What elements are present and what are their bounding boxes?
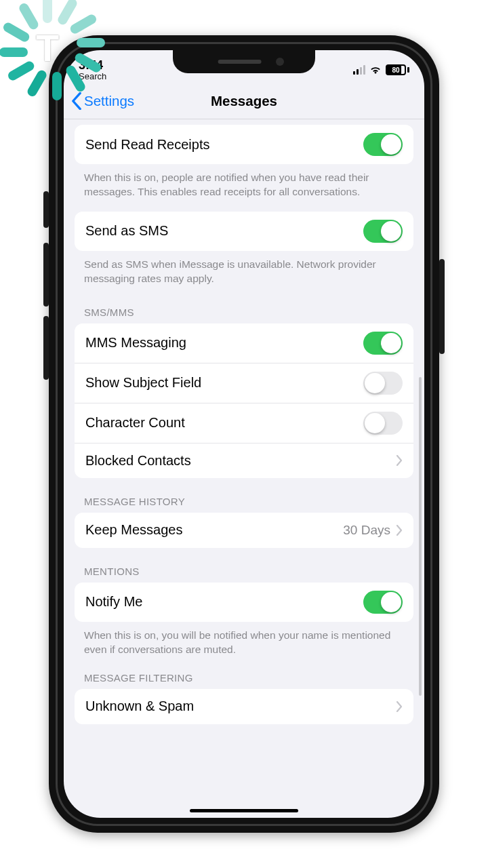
row-label: Keep Messages bbox=[85, 522, 343, 538]
toggle-mms-messaging[interactable] bbox=[363, 332, 403, 355]
scroll-indicator[interactable] bbox=[419, 377, 422, 696]
home-indicator[interactable] bbox=[190, 809, 298, 812]
note-send-as-sms: Send as SMS when iMessage is unavailable… bbox=[64, 251, 424, 289]
side-button bbox=[439, 259, 445, 354]
section-header-sms-mms: SMS/MMS bbox=[64, 289, 424, 323]
row-keep-messages[interactable]: Keep Messages 30 Days bbox=[75, 513, 413, 548]
wifi-icon bbox=[369, 65, 382, 75]
row-send-as-sms[interactable]: Send as SMS bbox=[75, 212, 413, 251]
toggle-notify-me[interactable] bbox=[363, 591, 403, 614]
row-label: Blocked Contacts bbox=[85, 453, 396, 469]
section-header-mentions: MENTIONS bbox=[64, 548, 424, 583]
toggle-show-subject-field[interactable] bbox=[363, 372, 403, 395]
chevron-right-icon bbox=[396, 525, 403, 536]
phone-screen: 3:54 Search 80 bbox=[64, 50, 424, 818]
row-notify-me[interactable]: Notify Me bbox=[75, 583, 413, 622]
row-send-read-receipts[interactable]: Send Read Receipts bbox=[75, 125, 413, 164]
nav-bar: Settings Messages bbox=[64, 83, 424, 119]
side-button bbox=[43, 191, 49, 228]
settings-content[interactable]: Send Read Receipts When this is on, peop… bbox=[64, 119, 424, 818]
notch bbox=[173, 50, 315, 73]
chevron-right-icon bbox=[396, 701, 403, 712]
section-header-message-history: MESSAGE HISTORY bbox=[64, 478, 424, 513]
row-character-count[interactable]: Character Count bbox=[75, 403, 413, 443]
row-blocked-contacts[interactable]: Blocked Contacts bbox=[75, 443, 413, 478]
section-header-message-filtering: MESSAGE FILTERING bbox=[64, 660, 424, 689]
row-label: Send as SMS bbox=[85, 223, 363, 239]
watermark-spinner: T bbox=[0, 0, 102, 102]
phone-frame: 3:54 Search 80 bbox=[49, 35, 439, 833]
row-unknown-and-spam[interactable]: Unknown & Spam bbox=[75, 689, 413, 724]
row-label: Send Read Receipts bbox=[85, 137, 363, 153]
battery-icon: 80 bbox=[386, 64, 409, 75]
battery-level: 80 bbox=[392, 66, 399, 74]
row-label: MMS Messaging bbox=[85, 335, 363, 351]
row-mms-messaging[interactable]: MMS Messaging bbox=[75, 323, 413, 363]
page-title: Messages bbox=[211, 93, 277, 109]
side-button bbox=[43, 243, 49, 307]
row-label: Character Count bbox=[85, 415, 363, 431]
chevron-right-icon bbox=[396, 455, 403, 466]
row-show-subject-field[interactable]: Show Subject Field bbox=[75, 363, 413, 403]
row-value: 30 Days bbox=[343, 523, 390, 538]
cellular-icon bbox=[353, 65, 365, 75]
toggle-send-read-receipts[interactable] bbox=[363, 133, 403, 156]
toggle-character-count[interactable] bbox=[363, 412, 403, 435]
watermark-letter: T bbox=[36, 26, 59, 70]
row-label: Notify Me bbox=[85, 594, 363, 610]
row-label: Show Subject Field bbox=[85, 375, 363, 391]
row-label: Unknown & Spam bbox=[85, 698, 396, 714]
note-notify-me: When this is on, you will be notified wh… bbox=[64, 622, 424, 660]
side-button bbox=[43, 316, 49, 380]
toggle-send-as-sms[interactable] bbox=[363, 220, 403, 243]
note-read-receipts: When this is on, people are notified whe… bbox=[64, 164, 424, 202]
